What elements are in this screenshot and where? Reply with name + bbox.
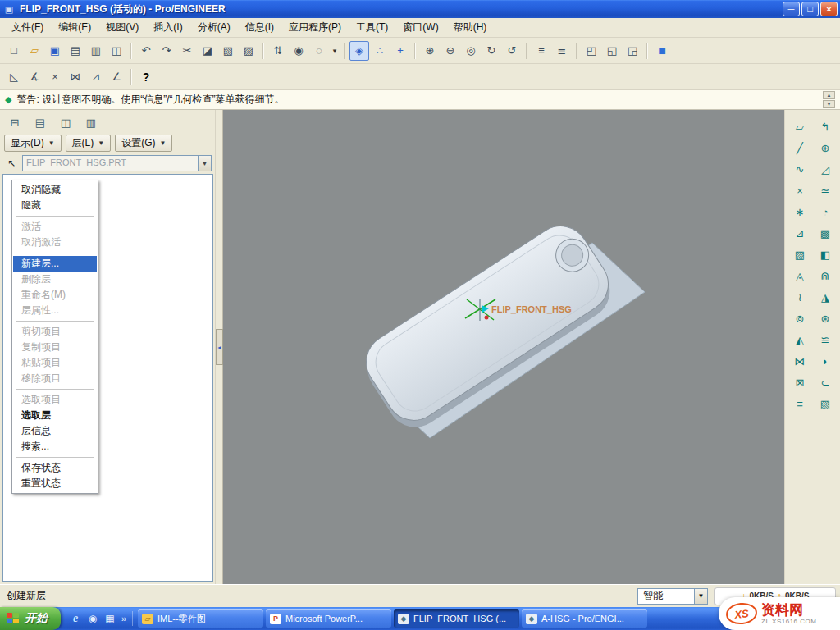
layer-tree-tab[interactable]: ▤	[30, 113, 51, 131]
filter-dropdown-arrow[interactable]: ▾	[330, 41, 340, 61]
menu-insert[interactable]: 插入(I)	[147, 17, 189, 38]
cut-button[interactable]: ✂	[177, 41, 197, 61]
menu-info[interactable]: 信息(I)	[239, 17, 281, 38]
menu-tools[interactable]: 工具(T)	[349, 17, 395, 38]
zoom-out-button[interactable]: ⊖	[441, 41, 460, 61]
layer-menu-button[interactable]: 层(L) ▼	[66, 135, 112, 152]
refit-button[interactable]: ◎	[461, 41, 481, 61]
task-powerpoint[interactable]: P Microsoft PowerP...	[266, 609, 391, 628]
extrude-tool[interactable]: ◬	[789, 266, 811, 285]
mirror-tool[interactable]: ◧	[815, 244, 837, 264]
minimize-button[interactable]: ─	[783, 2, 800, 16]
overlapping-geometry-button[interactable]: ×	[45, 67, 65, 87]
ctx-reset-status[interactable]: 重置状态	[13, 476, 97, 491]
task-flip-front-hsg[interactable]: ◆ FLIP_FRONT_HSG (...	[394, 609, 519, 628]
revolve-tool[interactable]: ⊚	[789, 308, 811, 328]
datum-point-display-button[interactable]: ∴	[370, 41, 390, 61]
copy-model-button[interactable]: ◫	[107, 41, 126, 61]
select-filter-button[interactable]: ◌	[309, 41, 329, 61]
panel-splitter[interactable]: ◄	[215, 110, 223, 584]
highlight-open-ends-button[interactable]: ∡	[25, 67, 44, 87]
shade-closed-loops-button[interactable]: ◺	[4, 67, 24, 87]
collapse-panel-button[interactable]: ◄	[216, 329, 223, 365]
paste-special-button[interactable]: ▨	[239, 41, 258, 61]
close-button[interactable]: ×	[820, 2, 838, 16]
context-help-button[interactable]: ?	[136, 67, 156, 87]
feature-requirements-button[interactable]: ⋈	[66, 67, 85, 87]
active-model-combo[interactable]: FLIP_FRONT_HSG.PRT ▼	[22, 155, 212, 171]
pattern-tool[interactable]: ▩	[815, 223, 837, 243]
chamfer-tool[interactable]: ◿	[815, 159, 837, 179]
print-button[interactable]: ▤	[66, 41, 85, 61]
open-button[interactable]: ▱	[25, 41, 44, 61]
sketch-tool[interactable]: ▨	[789, 244, 811, 264]
datum-csys-tool[interactable]: ∗	[789, 202, 811, 221]
ctx-search[interactable]: 搜索...	[13, 439, 97, 454]
datum-point-tool[interactable]: ×	[789, 180, 811, 200]
trim-tool[interactable]: ⋒	[815, 266, 837, 285]
ctx-hide[interactable]: 隐藏	[13, 198, 97, 213]
ctx-layer-info[interactable]: 层信息	[13, 423, 97, 439]
layers-button[interactable]: ≡	[532, 41, 551, 61]
menu-view[interactable]: 视图(V)	[99, 17, 145, 38]
media-player-icon[interactable]: ◉	[85, 611, 100, 626]
history-tab[interactable]: ▥	[80, 113, 102, 131]
new-file-button[interactable]: □	[4, 41, 24, 61]
copy-button[interactable]: ◪	[198, 41, 217, 61]
datum-plane-display-button[interactable]: ◈	[349, 41, 369, 61]
selection-filter-combo[interactable]: 智能 ▼	[637, 588, 708, 605]
datum-axis-tool[interactable]: ╱	[789, 138, 811, 158]
paste-button[interactable]: ▧	[218, 41, 238, 61]
menu-window[interactable]: 窗口(W)	[396, 17, 445, 38]
intersect-tool[interactable]: ◗	[815, 351, 837, 371]
detail-tab[interactable]: ◫	[55, 113, 76, 131]
offset-tool[interactable]: ⊛	[815, 308, 837, 328]
display-menu-button[interactable]: 显示(D) ▼	[4, 135, 62, 152]
select-arrow-tool[interactable]: ↰	[815, 116, 837, 136]
hidden-line-button[interactable]: ◱	[602, 41, 622, 61]
find-button[interactable]: ◉	[289, 41, 308, 61]
task-a-hsg[interactable]: ◆ A-HSG - Pro/ENGI...	[522, 609, 647, 628]
warp-tool[interactable]: ≡	[789, 394, 811, 413]
datum-curve-tool[interactable]: ∿	[789, 159, 811, 179]
wireframe-button[interactable]: ◰	[582, 41, 601, 61]
thicken-tool[interactable]: ≌	[815, 330, 837, 349]
regenerate-button[interactable]: ⇅	[268, 41, 288, 61]
dimension-tool-button[interactable]: ⊿	[86, 67, 106, 87]
ctx-new-layer[interactable]: 新建层...	[13, 256, 97, 272]
maximize-button[interactable]: □	[801, 2, 819, 16]
ie-icon[interactable]: e	[68, 611, 83, 626]
task-iml-drawing[interactable]: ▱ IML--零件图	[138, 609, 263, 628]
overflow-chevron[interactable]: »	[120, 611, 128, 626]
menu-edit[interactable]: 编辑(E)	[52, 17, 98, 38]
combo-dropdown-button[interactable]: ▼	[198, 156, 211, 171]
ctx-select-layer[interactable]: 选取层	[13, 408, 97, 423]
menu-help[interactable]: 帮助(H)	[447, 17, 494, 38]
start-button[interactable]: 开始	[0, 607, 61, 630]
zoom-in-button[interactable]: ⊕	[420, 41, 440, 61]
titlebar[interactable]: ▣ FLIP_FRONT_HSG (活动的) - Pro/ENGINEER ─ …	[0, 0, 840, 18]
menu-applications[interactable]: 应用程序(P)	[282, 17, 348, 38]
analysis-tool[interactable]: ⊿	[789, 223, 811, 243]
show-desktop-icon[interactable]: ▦	[103, 611, 117, 626]
sweep-tool[interactable]: ≀	[789, 287, 811, 307]
save-button[interactable]: ▣	[45, 41, 65, 61]
menu-analysis[interactable]: 分析(A)	[191, 17, 237, 38]
undo-button[interactable]: ↶	[136, 41, 156, 61]
ctx-unhide[interactable]: 取消隐藏	[13, 182, 97, 198]
shaded-display-button[interactable]: ■	[652, 41, 672, 61]
layer-tree-button[interactable]: ≣	[552, 41, 572, 61]
hole-tool[interactable]: ⊕	[815, 138, 837, 158]
merge-tool[interactable]: ◮	[815, 287, 837, 307]
round-tool[interactable]: ≃	[815, 180, 837, 200]
menu-file[interactable]: 文件(F)	[5, 17, 50, 38]
constraint-tool-button[interactable]: ∠	[107, 67, 126, 87]
no-hidden-button[interactable]: ◲	[623, 41, 642, 61]
print-setup-button[interactable]: ▥	[86, 41, 106, 61]
swept-blend-tool[interactable]: ⋈	[789, 351, 811, 371]
style-tool[interactable]: ⊠	[789, 372, 811, 392]
datum-plane-tool[interactable]: ▱	[789, 116, 811, 136]
model-tree-tab[interactable]: ⊟	[4, 113, 25, 131]
ctx-save-status[interactable]: 保存状态	[13, 460, 97, 476]
message-sc roll-up-button[interactable]: ▲	[823, 91, 835, 99]
